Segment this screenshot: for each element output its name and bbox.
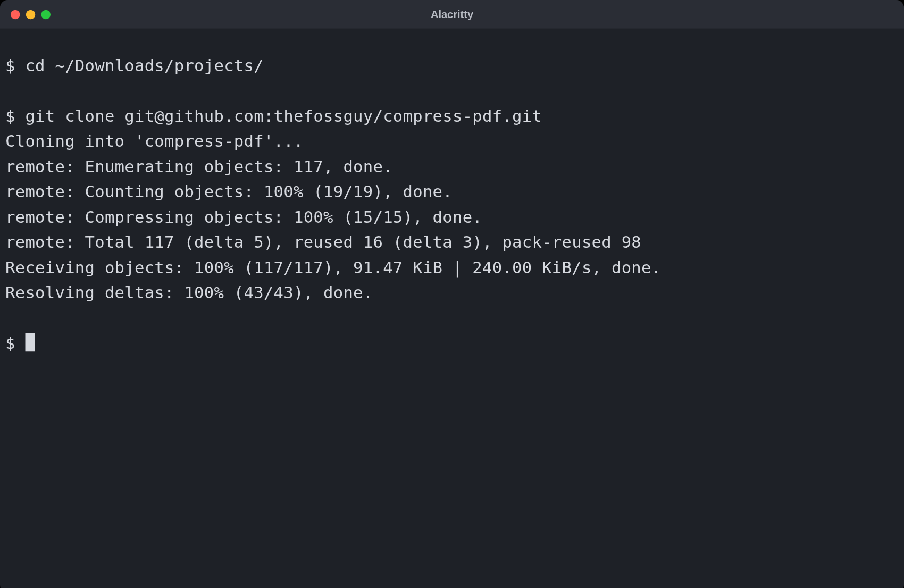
terminal-output-line: remote: Compressing objects: 100% (15/15… [5, 205, 899, 230]
output-text: Receiving objects: 100% (117/117), 91.47… [5, 258, 661, 277]
output-text: remote: Compressing objects: 100% (15/15… [5, 207, 482, 226]
output-text: Cloning into 'compress-pdf'... [5, 131, 304, 150]
command-text: cd ~/Downloads/projects/ [25, 56, 264, 75]
command-text: git clone git@github.com:thefossguy/comp… [25, 106, 542, 125]
close-button[interactable] [11, 10, 20, 19]
terminal-output-line: Cloning into 'compress-pdf'... [5, 129, 899, 154]
terminal-command-line: $ [5, 331, 899, 356]
output-text: remote: Counting objects: 100% (19/19), … [5, 182, 453, 201]
terminal-command-line: $ git clone git@github.com:thefossguy/co… [5, 104, 899, 129]
output-text: remote: Enumerating objects: 117, done. [5, 157, 393, 176]
minimize-button[interactable] [26, 10, 36, 19]
maximize-button[interactable] [41, 10, 51, 19]
terminal-output-line: Resolving deltas: 100% (43/43), done. [5, 280, 899, 305]
traffic-lights [11, 10, 51, 19]
terminal-blank-line [5, 306, 899, 331]
output-text: Resolving deltas: 100% (43/43), done. [5, 283, 373, 302]
terminal-output-line: remote: Total 117 (delta 5), reused 16 (… [5, 230, 899, 255]
titlebar: Alacritty [0, 0, 904, 29]
terminal-output-line: Receiving objects: 100% (117/117), 91.47… [5, 255, 899, 280]
terminal-output-line: remote: Enumerating objects: 117, done. [5, 154, 899, 179]
terminal-blank-line [5, 78, 899, 103]
prompt-symbol: $ [5, 333, 25, 352]
prompt-symbol: $ [5, 56, 25, 75]
terminal-output-line: remote: Counting objects: 100% (19/19), … [5, 179, 899, 204]
terminal-window: Alacritty $ cd ~/Downloads/projects/$ gi… [0, 0, 904, 588]
output-text: remote: Total 117 (delta 5), reused 16 (… [5, 232, 641, 251]
window-title: Alacritty [0, 9, 904, 21]
terminal-output[interactable]: $ cd ~/Downloads/projects/$ git clone gi… [0, 29, 904, 362]
cursor [25, 333, 35, 351]
prompt-symbol: $ [5, 106, 25, 125]
terminal-command-line: $ cd ~/Downloads/projects/ [5, 53, 899, 78]
